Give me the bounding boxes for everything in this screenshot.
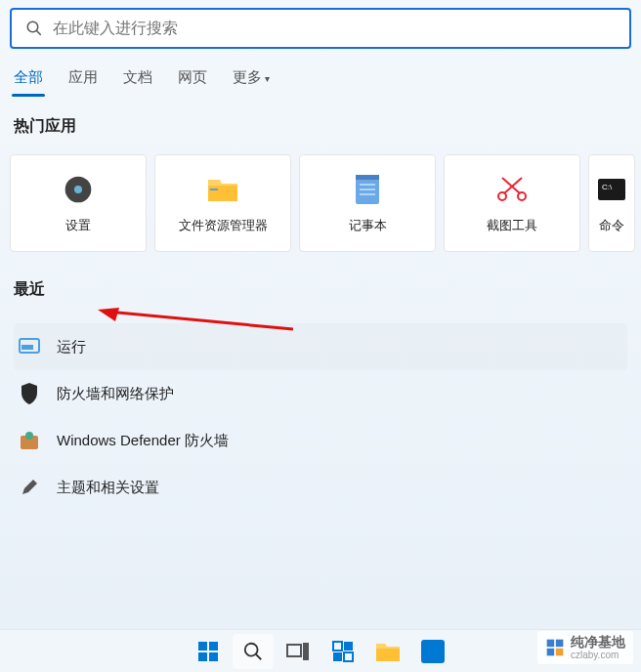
svg-rect-30 xyxy=(333,642,342,651)
recent-label: 主题和相关设置 xyxy=(57,479,159,497)
recent-item-run[interactable]: 运行 xyxy=(14,323,627,370)
tab-web[interactable]: 网页 xyxy=(176,63,209,97)
svg-point-3 xyxy=(74,186,82,193)
recent-item-firewall[interactable]: 防火墙和网络保护 xyxy=(14,370,627,417)
taskbar-app[interactable] xyxy=(412,634,453,669)
search-input[interactable] xyxy=(53,20,616,37)
svg-line-27 xyxy=(256,653,262,659)
svg-rect-38 xyxy=(556,649,564,656)
tile-label: 设置 xyxy=(65,217,91,234)
section-popular: 热门应用 xyxy=(0,97,641,143)
section-recent-header: 最近 xyxy=(14,279,627,300)
recent-item-defender[interactable]: Windows Defender 防火墙 xyxy=(14,417,627,464)
svg-point-19 xyxy=(25,432,33,440)
tab-docs[interactable]: 文档 xyxy=(121,63,154,97)
tab-more[interactable]: 更多▾ xyxy=(231,63,272,97)
svg-rect-5 xyxy=(356,177,379,204)
svg-rect-37 xyxy=(547,649,555,656)
svg-rect-6 xyxy=(356,175,379,180)
svg-rect-28 xyxy=(287,645,301,656)
recent-label: Windows Defender 防火墙 xyxy=(57,432,229,450)
taskbar-taskview[interactable] xyxy=(278,634,319,669)
tile-explorer[interactable]: 文件资源管理器 xyxy=(154,154,291,252)
recent-label: 运行 xyxy=(57,338,86,357)
recent-list: 运行 防火墙和网络保护 Windows Defender 防火墙 主题和相关设置 xyxy=(0,306,641,511)
svg-rect-35 xyxy=(547,639,555,647)
defender-icon xyxy=(18,429,41,452)
tile-label: 文件资源管理器 xyxy=(179,217,268,234)
run-icon xyxy=(18,335,41,358)
tabs-bar: 全部 应用 文档 网页 更多▾ xyxy=(0,49,641,97)
svg-rect-24 xyxy=(198,652,207,661)
tile-settings[interactable]: 设置 xyxy=(10,154,147,252)
svg-point-26 xyxy=(245,643,258,655)
pen-icon xyxy=(18,476,41,499)
scissors-icon xyxy=(494,172,530,207)
tile-label: 命令 xyxy=(599,217,624,234)
notepad-icon xyxy=(350,172,385,207)
watermark-name: 纯净基地 xyxy=(571,635,625,650)
folder-icon xyxy=(205,172,240,207)
svg-rect-31 xyxy=(344,642,353,651)
taskbar-search[interactable] xyxy=(233,634,274,669)
svg-line-1 xyxy=(36,30,41,35)
terminal-icon: C:\ xyxy=(594,172,629,207)
section-popular-header: 热门应用 xyxy=(14,116,627,137)
svg-rect-33 xyxy=(344,652,353,661)
search-bar[interactable] xyxy=(10,8,631,49)
svg-rect-17 xyxy=(21,345,33,350)
recent-item-theme[interactable]: 主题和相关设置 xyxy=(14,464,627,511)
watermark-logo-icon xyxy=(545,638,565,657)
svg-rect-34 xyxy=(421,640,445,663)
taskbar-start[interactable] xyxy=(188,634,229,669)
tile-snip[interactable]: 截图工具 xyxy=(444,154,580,252)
svg-text:C:\: C:\ xyxy=(602,183,613,191)
search-icon xyxy=(25,20,43,37)
tab-apps[interactable]: 应用 xyxy=(66,63,100,97)
svg-point-0 xyxy=(27,21,38,32)
svg-line-13 xyxy=(502,178,520,193)
svg-line-12 xyxy=(504,178,522,193)
shield-icon xyxy=(18,382,41,405)
svg-rect-4 xyxy=(210,189,218,190)
tile-cmd[interactable]: C:\ 命令 xyxy=(588,154,635,252)
svg-rect-32 xyxy=(333,652,342,661)
tile-label: 截图工具 xyxy=(487,217,537,234)
svg-rect-22 xyxy=(198,642,207,651)
section-recent: 最近 xyxy=(0,260,641,306)
svg-rect-36 xyxy=(556,639,564,647)
svg-rect-25 xyxy=(209,652,218,661)
settings-icon xyxy=(61,172,96,207)
tab-all[interactable]: 全部 xyxy=(12,63,45,97)
popular-tiles: 设置 文件资源管理器 记事本 截图工具 C:\ 命令 xyxy=(0,143,641,260)
tile-notepad[interactable]: 记事本 xyxy=(299,154,436,252)
tile-label: 记事本 xyxy=(349,217,387,234)
svg-rect-23 xyxy=(209,642,218,651)
watermark: 纯净基地 czlaby.com xyxy=(537,631,633,664)
recent-label: 防火墙和网络保护 xyxy=(57,385,174,403)
watermark-url: czlaby.com xyxy=(571,650,625,660)
chevron-down-icon: ▾ xyxy=(265,73,270,84)
taskbar-explorer[interactable] xyxy=(367,634,408,669)
svg-rect-29 xyxy=(303,643,309,660)
taskbar-widgets[interactable] xyxy=(322,634,363,669)
